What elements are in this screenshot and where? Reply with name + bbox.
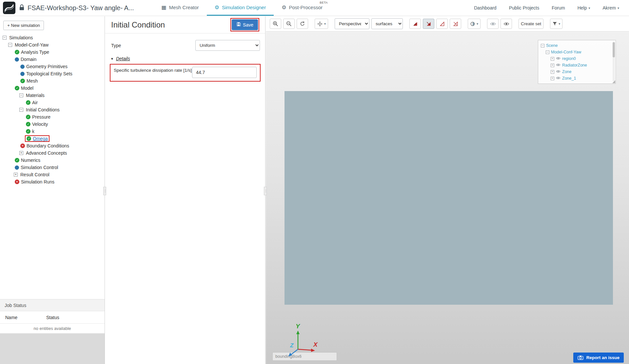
collapse-icon[interactable]: −	[546, 50, 549, 54]
tree-item-domain[interactable]: Domain	[0, 56, 105, 63]
eye-icon[interactable]	[556, 56, 560, 61]
panel-splitter-handle[interactable]: ⋮	[264, 187, 267, 195]
collapse-icon[interactable]: −	[19, 108, 23, 112]
collapse-icon[interactable]: −	[3, 36, 7, 40]
tree-item-label: Advanced Concepts	[26, 150, 67, 156]
color-mode-dropdown[interactable]: ▾	[468, 19, 481, 29]
viewport-3d[interactable]: ▾ Perspective surfaces ▾	[266, 16, 629, 364]
scene-item-region0[interactable]: +region0	[541, 55, 614, 62]
nav-item-dashboard[interactable]: Dashboard	[474, 5, 497, 10]
model-bounding-box[interactable]	[285, 91, 613, 305]
tree-item-materials[interactable]: −Materials	[0, 92, 105, 99]
nav-item-forum[interactable]: Forum	[552, 5, 565, 10]
tree-item-numerics[interactable]: ✓Numerics	[0, 157, 105, 164]
nav-item-help[interactable]: Help▾	[578, 5, 590, 10]
check-icon: ✓	[26, 129, 30, 134]
axis-triad: Y X Z	[281, 320, 324, 361]
collapse-icon[interactable]: −	[541, 44, 544, 48]
tree-item-topological-entity-sets[interactable]: Topological Entity Sets	[0, 70, 105, 77]
save-button[interactable]: Save	[232, 19, 258, 30]
create-set-button[interactable]: Create set	[519, 19, 543, 29]
collapse-icon[interactable]: −	[19, 93, 23, 97]
nav-item-label: Akrem	[603, 5, 616, 10]
report-issue-button[interactable]: Report an issue	[573, 353, 624, 363]
tree-item-label: Pressure	[32, 114, 50, 120]
tree-item-geometry-primitives[interactable]: Geometry Primitives	[0, 63, 105, 70]
projection-select[interactable]: Perspective	[335, 18, 369, 29]
tree-item-model[interactable]: ✓Model	[0, 85, 105, 92]
app-logo-icon[interactable]	[3, 1, 16, 14]
eye-icon[interactable]	[556, 76, 560, 81]
tree-item-k[interactable]: ✓k	[0, 128, 105, 135]
scene-item-zone-1[interactable]: +Zone_1	[541, 75, 614, 82]
scene-tree-model[interactable]: − Model-Conf-Yaw	[541, 49, 614, 55]
expand-icon[interactable]: +	[14, 173, 18, 177]
nav-item-public-projects[interactable]: Public Projects	[509, 5, 540, 10]
tree-item-boundary-conditions[interactable]: ✕Boundary Conditions	[0, 142, 105, 149]
details-section-header[interactable]: ▼ Details	[105, 55, 265, 64]
new-simulation-button[interactable]: + New simulation	[3, 21, 44, 30]
lock-icon	[19, 4, 25, 11]
scene-item-zone[interactable]: +Zone	[541, 68, 614, 75]
tree-item-simulations[interactable]: −Simulations	[0, 34, 105, 41]
expand-icon[interactable]: +	[551, 70, 554, 74]
eye-icon[interactable]	[556, 63, 560, 67]
tree-item-mesh[interactable]: ✓Mesh	[0, 77, 105, 85]
collapse-icon[interactable]: −	[8, 43, 12, 47]
expand-icon[interactable]: +	[551, 64, 554, 67]
clip-plane-button-4[interactable]	[450, 19, 461, 29]
tree-item-inner: Geometry Primitives	[19, 64, 69, 69]
job-status-title: Job Status	[0, 299, 105, 311]
tab-label: Post-Processor	[289, 5, 323, 10]
tree-item-inner: Result Control	[19, 172, 50, 178]
tab-mesh-creator[interactable]: ▦Mesh Creator	[154, 0, 207, 16]
zoom-in-button[interactable]	[270, 19, 281, 29]
nav-item-label: Forum	[552, 5, 565, 10]
type-select[interactable]: Uniform	[195, 40, 260, 51]
scene-item-label: RadiatorZone	[562, 63, 587, 67]
dissipation-rate-input[interactable]	[192, 67, 257, 78]
expand-icon[interactable]: +	[19, 151, 23, 155]
tree-item-simulation-runs[interactable]: ✕Simulation Runs	[0, 178, 105, 185]
expand-icon[interactable]: +	[551, 77, 554, 80]
filter-dropdown[interactable]: ▾	[550, 19, 562, 29]
tree-item-analysis-type[interactable]: ✓Analysis Type	[0, 48, 105, 56]
tree-item-pressure[interactable]: ✓Pressure	[0, 113, 105, 121]
scene-item-radiatorzone[interactable]: +RadiatorZone	[541, 62, 614, 68]
tab-post-processor[interactable]: ⚙Post-ProcessorBETA	[274, 0, 330, 16]
nav-item-akrem[interactable]: Akrem▾	[603, 5, 619, 10]
scene-tree-root[interactable]: − Scene	[541, 42, 614, 49]
zoom-out-button[interactable]	[283, 19, 295, 29]
refresh-view-button[interactable]	[297, 19, 308, 29]
scene-tree-items: +region0+RadiatorZone+Zone+Zone_1	[541, 55, 614, 82]
save-icon	[236, 22, 241, 28]
scene-tree-scrollbar[interactable]	[613, 42, 615, 82]
tree-item-result-control[interactable]: +Result Control	[0, 171, 105, 178]
render-mode-select[interactable]: surfaces	[371, 18, 403, 29]
eye-icon	[490, 22, 496, 26]
tree-item-omega[interactable]: ✓Omega	[0, 135, 105, 142]
clip-plane-button-1[interactable]	[409, 19, 421, 29]
eye-icon[interactable]	[556, 69, 560, 74]
scene-tree-resize-handle[interactable]	[612, 80, 615, 83]
tree-item-simulation-control[interactable]: Simulation Control	[0, 164, 105, 171]
show-entity-button[interactable]	[501, 19, 512, 29]
tree-item-air[interactable]: ✓Air	[0, 99, 105, 106]
tree-item-initial-conditions[interactable]: −Initial Conditions	[0, 106, 105, 113]
tab-simulation-designer[interactable]: ⚙Simulation Designer	[207, 0, 274, 16]
tree-item-velocity[interactable]: ✓Velocity	[0, 121, 105, 128]
tree-item-label: Numerics	[21, 158, 40, 163]
tree-item-advanced-concepts[interactable]: +Advanced Concepts	[0, 149, 105, 157]
tree-item-inner: Simulation Control	[14, 164, 59, 170]
pan-tool-dropdown[interactable]: ▾	[315, 19, 328, 29]
job-status-columns: Name Status	[0, 311, 105, 324]
expand-icon[interactable]: +	[551, 57, 554, 61]
tree-item-model-conf-yaw[interactable]: −Model-Conf-Yaw	[0, 41, 105, 48]
scene-item-label: Zone	[562, 69, 572, 74]
clip-plane-button-2[interactable]	[423, 19, 434, 29]
type-label: Type	[111, 43, 121, 48]
sidebar-splitter-handle[interactable]: ⋮	[103, 187, 106, 195]
hide-entity-button[interactable]	[487, 19, 499, 29]
chevron-down-icon: ▾	[618, 6, 619, 10]
clip-plane-button-3[interactable]	[436, 19, 448, 29]
